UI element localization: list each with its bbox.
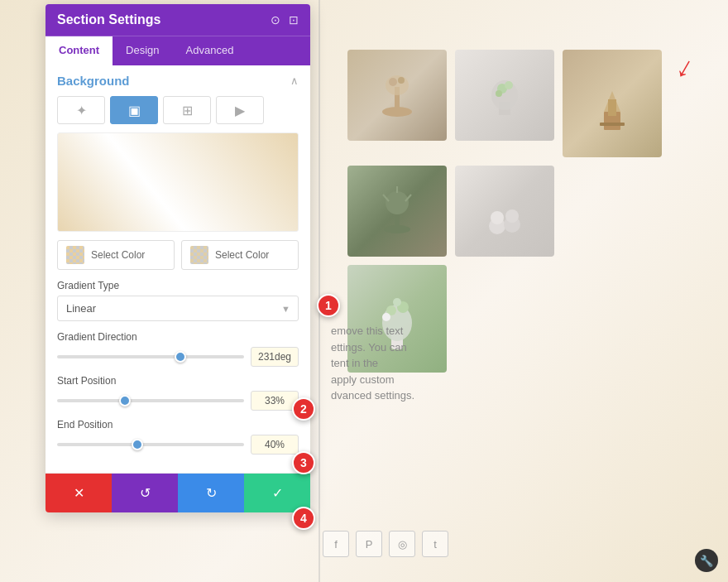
start-position-label: Start Position bbox=[57, 375, 299, 387]
gradient-direction-group: Gradient Direction 231deg bbox=[57, 331, 299, 367]
collapse-icon[interactable]: ∧ bbox=[290, 75, 299, 87]
badge-1: 1 bbox=[317, 294, 340, 317]
color-label-1: Select Color bbox=[91, 249, 145, 261]
badge-3: 3 bbox=[292, 451, 315, 474]
bg-type-image[interactable]: ⊞ bbox=[163, 96, 211, 124]
svg-point-15 bbox=[386, 191, 409, 214]
panel-header: Section Settings ⊙ ⊡ bbox=[46, 4, 310, 36]
photo-1 bbox=[347, 50, 447, 141]
gradient-type-group: Gradient Type Linear Radial ▼ bbox=[57, 280, 299, 321]
end-position-thumb[interactable] bbox=[132, 439, 143, 450]
photo-row-2 bbox=[347, 166, 678, 257]
photo-5 bbox=[455, 166, 554, 257]
divider-line bbox=[318, 0, 320, 582]
redo-button[interactable]: ↻ bbox=[178, 474, 244, 512]
start-position-track[interactable] bbox=[57, 399, 244, 402]
bg-type-row: ✦ ▣ ⊞ ▶ bbox=[57, 96, 299, 124]
badge-2: 2 bbox=[292, 397, 315, 421]
gradient-direction-track[interactable] bbox=[57, 355, 244, 358]
color-pickers-row: Select Color Select Color bbox=[57, 240, 299, 270]
gradient-direction-label: Gradient Direction bbox=[57, 331, 299, 343]
section-header-background: Background ∧ bbox=[57, 74, 299, 88]
video-icon: ▶ bbox=[235, 103, 245, 118]
social-icon-instagram[interactable]: ◎ bbox=[389, 531, 415, 557]
text-content-block: emove this text ettings. You can tent in… bbox=[331, 323, 438, 404]
badge-4: 4 bbox=[292, 507, 315, 530]
tab-design[interactable]: Design bbox=[113, 36, 172, 65]
panel-title: Section Settings bbox=[57, 12, 160, 27]
bg-type-gradient[interactable]: ▣ bbox=[110, 96, 158, 124]
screen-icon[interactable]: ⊙ bbox=[271, 13, 280, 26]
photo-row-1 bbox=[347, 50, 678, 157]
tab-advanced[interactable]: Advanced bbox=[173, 36, 247, 65]
background-title: Background bbox=[57, 74, 130, 88]
undo-button[interactable]: ↺ bbox=[112, 474, 178, 512]
end-position-value[interactable]: 40% bbox=[251, 435, 299, 455]
social-bar: f P ◎ t bbox=[323, 531, 448, 557]
gradient-type-select-wrapper: Linear Radial ▼ bbox=[57, 296, 299, 321]
color-picker-1[interactable]: Select Color bbox=[57, 240, 175, 270]
svg-point-27 bbox=[393, 298, 401, 306]
svg-point-21 bbox=[491, 211, 504, 224]
svg-point-3 bbox=[389, 78, 397, 86]
cancel-button[interactable]: ✕ bbox=[46, 474, 112, 512]
svg-point-22 bbox=[505, 209, 519, 223]
photo-4 bbox=[347, 166, 447, 257]
svg-rect-11 bbox=[600, 123, 625, 126]
svg-point-9 bbox=[496, 90, 502, 97]
end-position-track[interactable] bbox=[57, 443, 244, 446]
color-swatch-1 bbox=[66, 246, 84, 264]
end-position-slider-row: 40% bbox=[57, 435, 299, 455]
layout-icon[interactable]: ⊡ bbox=[289, 13, 299, 26]
gradient-type-label: Gradient Type bbox=[57, 280, 299, 291]
gradient-preview bbox=[57, 132, 299, 232]
section-settings-panel: Section Settings ⊙ ⊡ Content Design Adva… bbox=[46, 4, 310, 512]
panel-footer: ✕ ↺ ↻ ✓ bbox=[46, 473, 310, 512]
start-position-thumb[interactable] bbox=[119, 395, 131, 406]
gradient-direction-slider-row: 231deg bbox=[57, 347, 299, 367]
start-position-slider-row: 33% bbox=[57, 391, 299, 411]
svg-point-4 bbox=[398, 77, 405, 84]
color-swatch-2 bbox=[190, 246, 208, 264]
gradient-type-select[interactable]: Linear Radial bbox=[57, 296, 299, 321]
none-icon: ✦ bbox=[76, 103, 87, 118]
gradient-icon: ▣ bbox=[128, 103, 141, 118]
svg-point-2 bbox=[386, 75, 409, 95]
gradient-direction-value[interactable]: 231deg bbox=[251, 347, 299, 367]
bg-type-video[interactable]: ▶ bbox=[216, 96, 264, 124]
color-picker-2[interactable]: Select Color bbox=[181, 240, 299, 270]
panel-header-icons: ⊙ ⊡ bbox=[271, 13, 299, 26]
wrench-icon[interactable]: 🔧 bbox=[695, 549, 718, 572]
end-position-group: End Position 40% bbox=[57, 419, 299, 455]
image-icon: ⊞ bbox=[182, 103, 193, 118]
color-label-2: Select Color bbox=[215, 249, 269, 261]
panel-content: Background ∧ ✦ ▣ ⊞ ▶ Select Color bbox=[46, 65, 310, 469]
svg-rect-12 bbox=[608, 99, 616, 116]
photo-3 bbox=[563, 50, 662, 157]
gradient-direction-thumb[interactable] bbox=[175, 351, 186, 363]
tab-content[interactable]: Content bbox=[46, 36, 113, 65]
end-position-label: End Position bbox=[57, 419, 299, 430]
start-position-group: Start Position 33% bbox=[57, 375, 299, 411]
bg-type-none[interactable]: ✦ bbox=[57, 96, 105, 124]
svg-point-28 bbox=[382, 313, 390, 321]
panel-tabs: Content Design Advanced bbox=[46, 36, 310, 65]
social-icon-pinterest[interactable]: P bbox=[356, 531, 382, 557]
svg-point-8 bbox=[505, 81, 513, 89]
social-icon-twitter[interactable]: t bbox=[422, 531, 448, 557]
social-icon-facebook[interactable]: f bbox=[323, 531, 349, 557]
photo-2 bbox=[455, 50, 554, 141]
